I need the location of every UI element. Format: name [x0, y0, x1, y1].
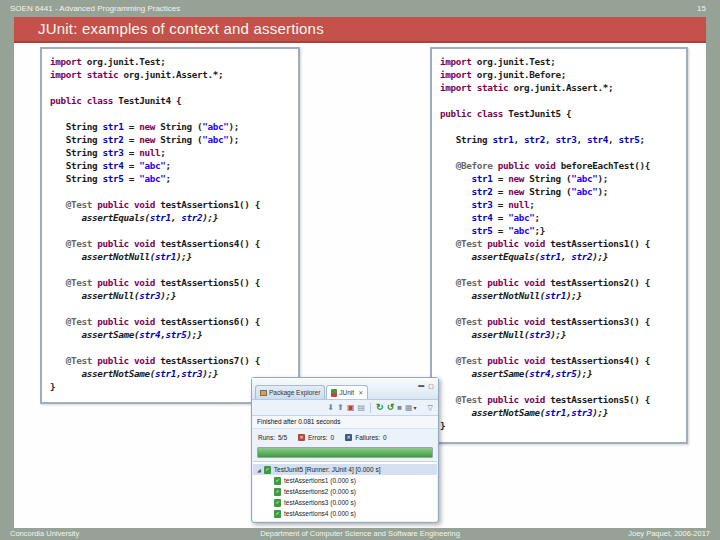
tree-root-suite[interactable]: ◢✓TestJunit5 [Runner: JUnit 4] [0.000 s] [253, 464, 437, 475]
footer-center: Department of Computer Science and Softw… [0, 528, 720, 540]
failures-value: 0 [383, 434, 387, 441]
code-line: str1 = new String ("abc"); [440, 172, 678, 185]
expand-caret-icon[interactable]: ◢ [257, 467, 261, 473]
rerun-failed-first-icon[interactable]: ↺ [387, 403, 395, 412]
test-pass-icon: ✓ [274, 521, 281, 522]
tree-test-item[interactable]: ✓testAssertions4 (0.000 s) [253, 508, 437, 519]
test-pass-icon: ✓ [274, 499, 281, 507]
code-line: @Before public void beforeEachTest(){ [440, 159, 678, 172]
junit-toolbar: ⬇⬆▣▤↻↺■▦▾▽ [252, 400, 438, 416]
code-line: str4 = "abc"; [440, 211, 678, 224]
rerun-test-icon[interactable]: ↻ [376, 403, 384, 412]
code-line: assertNotSame(str1,str3);} [440, 406, 678, 419]
code-line: public class TestJunit4 { [50, 94, 290, 107]
test-pass-icon: ✓ [274, 510, 281, 518]
code-line [440, 94, 678, 107]
runs-counter: Runs: 5/5 [258, 434, 287, 441]
code-line: str3 = null; [440, 198, 678, 211]
stop-test-icon[interactable]: ■ [397, 404, 402, 412]
code-line: import org.junit.Test; [50, 55, 290, 68]
code-line: } [440, 419, 678, 432]
code-line: String str2 = new String ("abc"); [50, 133, 290, 146]
code-line: String str1, str2, str3, str4, str5; [440, 133, 678, 146]
code-line: String str1 = new String ("abc"); [50, 120, 290, 133]
code-line: assertSame(str4,str5);} [440, 367, 678, 380]
code-line [440, 146, 678, 159]
code-line: assertEquals(str1, str2);} [440, 250, 678, 263]
code-line: @Test public void testAssertions6() { [50, 315, 290, 328]
tree-test-item[interactable]: ✓testAssertions1 (0.000 s) [253, 475, 437, 486]
code-line: assertNull(str3);} [440, 328, 678, 341]
footer-right: Joey Paquet, 2006-2017 [628, 528, 710, 540]
maximize-icon[interactable]: ▢ [428, 382, 434, 389]
test-label: testAssertions4 (0.000 s) [284, 510, 356, 517]
code-line: import static org.junit.Assert.*; [50, 68, 290, 81]
tab-junit[interactable]: JUnit ✕ [326, 385, 368, 399]
slide: SOEN 6441 - Advanced Programming Practic… [0, 0, 720, 540]
header-bar: SOEN 6441 - Advanced Programming Practic… [0, 0, 720, 17]
tab-package-explorer[interactable]: Package Explorer [255, 385, 325, 399]
code-line [50, 263, 290, 276]
code-line: @Test public void testAssertions4() { [440, 354, 678, 367]
previous-failure-icon[interactable]: ⬆ [337, 404, 344, 412]
view-menu-icon[interactable]: ▽ [428, 404, 433, 411]
errors-value: 0 [331, 434, 335, 441]
code-line: String str5 = "abc"; [50, 172, 290, 185]
close-icon[interactable]: ✕ [358, 389, 363, 396]
slide-title: JUnit: examples of context and assertion… [38, 20, 324, 37]
package-explorer-icon [260, 390, 267, 396]
suite-pass-icon: ✓ [264, 466, 271, 474]
code-line [50, 224, 290, 237]
runs-label: Runs: [258, 434, 275, 441]
finished-status: Finished after 0.081 seconds [252, 416, 438, 429]
tree-test-item[interactable]: ✓testAssertions3 (0.000 s) [253, 497, 437, 508]
code-line: @Test public void testAssertions3() { [440, 315, 678, 328]
failures-icon: ✕ [345, 434, 352, 441]
slide-title-banner: JUnit: examples of context and assertion… [14, 17, 706, 43]
code-line: str5 = "abc";} [440, 224, 678, 237]
code-line [440, 341, 678, 354]
runs-value: 5/5 [278, 434, 287, 441]
code-line: String str4 = "abc"; [50, 159, 290, 172]
errors-label: Errors: [308, 434, 328, 441]
course-title: SOEN 6441 - Advanced Programming Practic… [10, 0, 180, 17]
hierarchy-dropdown-icon[interactable]: ▾ [414, 405, 417, 411]
code-line: @Test public void testAssertions4() { [50, 237, 290, 250]
test-pass-icon: ✓ [274, 477, 281, 485]
code-line: @Test public void testAssertions2() { [440, 276, 678, 289]
code-line: @Test public void testAssertions7() { [50, 354, 290, 367]
test-hierarchy-icon[interactable]: ▦ [405, 404, 413, 412]
test-label: testAssertions2 (0.000 s) [284, 488, 356, 495]
failures-counter: ✕ Failures: 0 [345, 434, 387, 441]
show-skipped-icon[interactable]: ▤ [358, 404, 366, 412]
code-line: @Test public void testAssertions5() { [50, 276, 290, 289]
test-label: testAssertions3 (0.000 s) [284, 499, 356, 506]
code-line: public class TestJunit5 { [440, 107, 678, 120]
code-line [440, 120, 678, 133]
junit-icon [331, 389, 337, 397]
code-line: String str3 = null; [50, 146, 290, 159]
show-failures-only-icon[interactable]: ▣ [347, 404, 355, 412]
errors-counter: ✕ Errors: 0 [298, 434, 334, 441]
code-line: @Test public void testAssertions1() { [440, 237, 678, 250]
code-line: assertNotNull(str1);} [440, 289, 678, 302]
junit-view-window: Package Explorer JUnit ✕ ▬ ▢ ⬇⬆▣▤↻↺■▦▾▽ … [251, 377, 439, 523]
tree-test-item[interactable]: ✓testAssertions5 (0.000 s) [253, 519, 437, 521]
footer-bar: Concordia University Department of Compu… [0, 528, 720, 540]
tree-test-item[interactable]: ✓testAssertions2 (0.000 s) [253, 486, 437, 497]
test-counters: Runs: 5/5 ✕ Errors: 0 ✕ Failures: 0 [252, 429, 438, 446]
code-line: assertEquals(str1, str2);} [50, 211, 290, 224]
code-line [440, 380, 678, 393]
code-line: import org.junit.Test; [440, 55, 678, 68]
code-block-testjunit5: import org.junit.Test;import org.junit.B… [430, 47, 688, 444]
next-failure-icon[interactable]: ⬇ [328, 404, 335, 412]
test-progress-bar [257, 447, 433, 458]
window-buttons: ▬ ▢ [418, 382, 434, 389]
suite-label: TestJunit5 [Runner: JUnit 4] [0.000 s] [274, 466, 381, 473]
test-label: testAssertions1 (0.000 s) [284, 477, 356, 484]
code-block-testjunit4: import org.junit.Test;import static org.… [40, 47, 300, 404]
minimize-icon[interactable]: ▬ [418, 382, 424, 389]
code-line [440, 263, 678, 276]
code-line [440, 302, 678, 315]
failures-label: Failures: [355, 434, 380, 441]
